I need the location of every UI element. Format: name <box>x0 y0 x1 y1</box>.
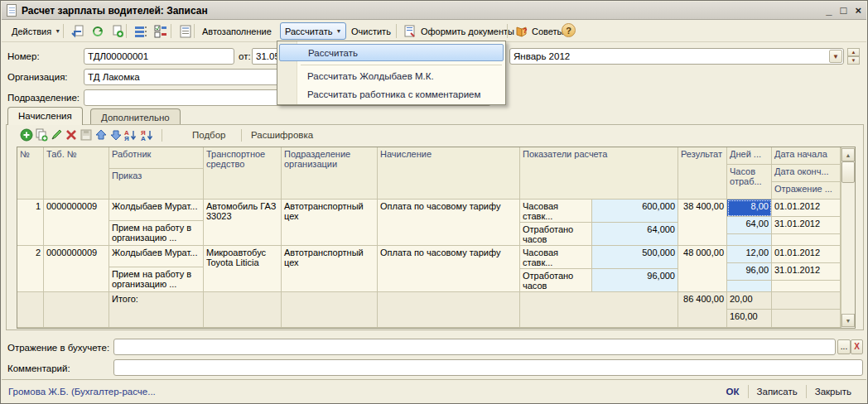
month-spinner[interactable]: ▲▼ <box>847 48 860 65</box>
indicator-label-cell[interactable]: Часовая ставк... <box>520 246 592 269</box>
indicator-label-cell[interactable]: Отработано часов <box>520 269 592 292</box>
order-cell[interactable]: Прием на работу в организацию ... <box>109 267 204 292</box>
svg-text:?: ? <box>523 26 528 35</box>
date-start-cell[interactable]: 01.01.2012 <box>772 246 841 263</box>
tab-num-cell[interactable]: 0000000009 <box>44 246 109 292</box>
tab-accruals[interactable]: Начисления <box>7 107 83 125</box>
main-toolbar: Действия▼ Автозаполнение Рассчитать▼ Очи… <box>2 20 866 42</box>
move-down-icon[interactable] <box>108 128 123 142</box>
days-cell-selected[interactable]: 8,00 <box>727 200 772 217</box>
order-cell[interactable]: Прием на работу в организацию ... <box>109 221 204 246</box>
svg-text:Я: Я <box>124 135 129 142</box>
result-cell[interactable]: 38 400,00 <box>678 200 727 246</box>
close-form-button[interactable]: Закрыть <box>807 387 860 397</box>
actions-button[interactable]: Действия▼ <box>7 22 65 40</box>
svg-text:А: А <box>141 135 146 142</box>
minimize-button[interactable]: _ <box>826 5 832 17</box>
reflection-empty-cell[interactable] <box>772 234 841 246</box>
scroll-up-icon[interactable]: ▲ <box>841 148 855 161</box>
sort-asc-icon[interactable]: АЯ <box>123 128 137 142</box>
reflection-empty-cell[interactable] <box>772 281 841 292</box>
status-bar: Громова Ж.Б. (Бухгалтер-расче... ОК Запи… <box>2 379 866 402</box>
date-end-cell[interactable]: 31.01.2012 <box>772 217 841 234</box>
col-header-vehicle: Транспортное средство <box>204 147 282 200</box>
chevron-down-icon: ▼ <box>335 28 341 34</box>
maximize-button[interactable]: □ <box>841 5 847 17</box>
indicator-value-cell[interactable]: 500,000 <box>592 246 678 269</box>
totals-cell <box>44 292 109 328</box>
autofill-button[interactable]: Автозаполнение <box>197 22 277 40</box>
days-cell[interactable]: 12,00 <box>727 246 772 263</box>
reflection-input[interactable] <box>113 339 836 355</box>
worker-cell[interactable]: Жолдыбаев Мурат... <box>109 200 204 221</box>
save-button[interactable]: Записать <box>749 387 806 397</box>
spin-down-icon[interactable]: ▼ <box>847 56 860 65</box>
vehicle-cell[interactable]: Автомобиль ГАЗ 33023 <box>204 200 282 246</box>
form-document-icon <box>404 25 417 38</box>
copy-row-icon[interactable] <box>34 128 48 142</box>
menu-item-calculate-with-comment[interactable]: Рассчитать работника с комментарием <box>279 86 504 103</box>
department-cell[interactable]: Автотранспортный цех <box>282 246 378 292</box>
edit-row-icon[interactable] <box>49 128 63 142</box>
month-input[interactable] <box>509 48 844 65</box>
decode-button[interactable]: Расшифровка <box>246 127 318 143</box>
sort-desc-icon[interactable]: ЯА <box>140 128 154 142</box>
indicator-label-cell[interactable]: Часовая ставк... <box>520 200 592 223</box>
date-start-cell[interactable]: 01.01.2012 <box>772 200 841 217</box>
col-header-department: Подразделение организации <box>282 147 378 200</box>
add-row-icon[interactable] <box>19 128 33 142</box>
department-cell[interactable]: Автотранспортный цех <box>282 200 378 246</box>
days-empty-cell[interactable] <box>727 281 772 292</box>
close-button[interactable]: × <box>855 5 861 17</box>
indicator-label-cell[interactable]: Отработано часов <box>520 223 592 246</box>
list-icon <box>134 25 147 38</box>
delete-row-icon[interactable] <box>64 128 78 142</box>
tab-additional[interactable]: Дополнительно <box>90 108 181 124</box>
refresh-icon <box>91 25 104 38</box>
days-empty-cell[interactable] <box>727 234 772 246</box>
totals-cell <box>772 292 841 310</box>
toolbar-separator <box>126 24 127 38</box>
totals-result-cell: 86 400,00 <box>678 292 727 328</box>
clear-button[interactable]: Очистить <box>346 22 396 40</box>
worker-cell[interactable]: Жолдыбаев Мурат... <box>109 246 204 267</box>
indicator-value-cell[interactable]: 64,000 <box>592 223 678 246</box>
tips-button[interactable]: ? Советы <box>510 22 568 40</box>
scrollbar-thumb[interactable] <box>841 161 855 183</box>
hours-cell[interactable]: 96,00 <box>727 263 772 281</box>
date-end-cell[interactable]: 31.01.2012 <box>772 263 841 281</box>
totals-cell <box>282 292 378 328</box>
ok-button[interactable]: ОК <box>718 387 748 397</box>
end-edit-icon[interactable] <box>79 128 93 142</box>
accrual-cell[interactable]: Оплата по часовому тарифу <box>378 246 520 292</box>
menu-item-calculate[interactable]: Рассчитать <box>279 44 504 61</box>
make-documents-button[interactable]: Оформить документы <box>399 22 519 40</box>
comment-input[interactable] <box>113 359 863 376</box>
spin-up-icon[interactable]: ▲ <box>847 48 860 56</box>
menu-item-calculate-worker[interactable]: Рассчитать Жолдыбаев М.К. <box>279 68 504 85</box>
row-num-cell[interactable]: 1 <box>17 200 44 246</box>
vehicle-cell[interactable]: Микроавтобус Toyota Liticia <box>204 246 282 292</box>
reflection-clear-button[interactable]: X <box>851 339 863 354</box>
col-header-indicators: Показатели расчета <box>520 147 678 200</box>
doc-arrow-icon <box>71 25 84 38</box>
result-cell[interactable]: 48 000,00 <box>678 246 727 292</box>
scroll-down-icon[interactable]: ▼ <box>841 314 855 327</box>
accrual-cell[interactable]: Оплата по часовому тарифу <box>378 200 520 246</box>
title-bar: Расчет зарплаты водителей: Записан _ □ × <box>2 2 866 20</box>
tab-num-cell[interactable]: 0000000009 <box>44 200 109 246</box>
hours-cell[interactable]: 64,00 <box>727 217 772 234</box>
document-icon <box>7 4 17 17</box>
indicator-value-cell[interactable]: 600,000 <box>592 200 678 223</box>
help-icon[interactable]: ? <box>562 23 576 37</box>
number-input[interactable] <box>84 48 234 65</box>
row-num-cell[interactable]: 2 <box>17 246 44 292</box>
calculate-button[interactable]: Рассчитать▼ <box>280 22 346 40</box>
indicator-value-cell[interactable]: 96,000 <box>592 269 678 292</box>
setup-list-button[interactable] <box>149 22 172 40</box>
pick-button[interactable]: Подбор <box>187 127 231 143</box>
reflection-label: Отражение в бухучете: <box>7 341 109 354</box>
month-dropdown-icon[interactable]: ▼ <box>829 50 842 63</box>
move-up-icon[interactable] <box>94 128 108 142</box>
reflection-ellipsis-button[interactable]: ... <box>837 339 851 354</box>
